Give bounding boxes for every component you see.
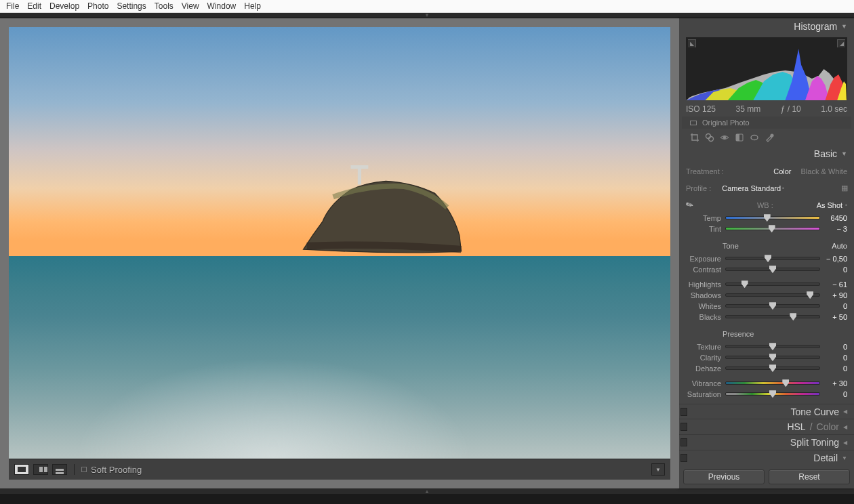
blacks-slider[interactable] bbox=[725, 315, 820, 318]
aperture-value: ƒ / 10 bbox=[781, 104, 801, 114]
checkbox-icon bbox=[81, 467, 87, 472]
focal-value: 35 mm bbox=[736, 104, 761, 114]
exposure-value[interactable]: − 0,50 bbox=[824, 255, 847, 263]
top-panel-toggle[interactable]: ▼ bbox=[0, 13, 854, 18]
radial-tool-icon[interactable] bbox=[750, 133, 759, 142]
original-photo-row[interactable]: Original Photo bbox=[682, 117, 851, 128]
previous-button[interactable]: Previous bbox=[683, 469, 765, 484]
chevron-left-icon: ◀ bbox=[843, 408, 847, 415]
basic-panel-header[interactable]: Basic▼ bbox=[679, 146, 854, 162]
treatment-label: Treatment : bbox=[686, 167, 724, 175]
svg-rect-6 bbox=[736, 134, 739, 141]
loupe-view-button[interactable] bbox=[14, 464, 29, 475]
shadows-slider[interactable] bbox=[725, 293, 820, 297]
menu-photo[interactable]: Photo bbox=[83, 1, 113, 11]
menu-window[interactable]: Window bbox=[203, 1, 241, 11]
saturation-slider[interactable] bbox=[725, 392, 820, 396]
shadow-clipping-icon[interactable]: ◣ bbox=[688, 39, 696, 47]
bottom-panel-toggle[interactable]: ▲ bbox=[0, 488, 854, 494]
blacks-value[interactable]: + 50 bbox=[824, 313, 847, 321]
canvas-area: Soft Proofing ▼ bbox=[0, 18, 679, 488]
detail-panel[interactable]: Detail▼ bbox=[679, 450, 854, 465]
toolbar-more-button[interactable]: ▼ bbox=[651, 463, 665, 476]
texture-slider[interactable] bbox=[725, 345, 820, 348]
chevron-down-icon: ▼ bbox=[841, 23, 847, 30]
treatment-bw[interactable]: Black & White bbox=[801, 167, 847, 175]
develop-panel: Histogram▼ ◣ ◢ ISO 125 35 mm ƒ / 10 1.0 … bbox=[679, 18, 854, 488]
wb-label: WB : bbox=[737, 201, 773, 209]
wb-picker-icon[interactable]: ✎ bbox=[684, 198, 695, 211]
svg-point-8 bbox=[771, 134, 773, 137]
brush-tool-icon[interactable] bbox=[765, 133, 774, 142]
spot-tool-icon[interactable] bbox=[705, 133, 714, 142]
menu-develop[interactable]: Develop bbox=[45, 1, 83, 11]
gradient-tool-icon[interactable] bbox=[735, 133, 744, 142]
photo-sea bbox=[9, 256, 670, 459]
basic-panel-body: Treatment : Color Black & White Profile … bbox=[679, 163, 854, 404]
menu-help[interactable]: Help bbox=[240, 1, 265, 11]
shutter-value: 1.0 sec bbox=[821, 104, 847, 114]
treatment-color[interactable]: Color bbox=[773, 167, 791, 175]
clarity-value[interactable]: 0 bbox=[824, 354, 847, 362]
svg-point-3 bbox=[709, 136, 714, 141]
tint-slider[interactable] bbox=[725, 227, 820, 230]
clarity-slider[interactable] bbox=[725, 356, 820, 359]
temp-value[interactable]: 6450 bbox=[824, 214, 847, 222]
dehaze-slider[interactable] bbox=[725, 366, 820, 370]
menu-edit[interactable]: Edit bbox=[23, 1, 45, 11]
menu-view[interactable]: View bbox=[178, 1, 203, 11]
chevron-down-icon: ▼ bbox=[842, 455, 847, 461]
exposure-slider[interactable] bbox=[725, 257, 820, 260]
svg-point-4 bbox=[723, 136, 726, 139]
highlights-value[interactable]: − 61 bbox=[824, 280, 847, 289]
chevron-left-icon: ◀ bbox=[843, 424, 847, 430]
svg-point-2 bbox=[706, 133, 711, 138]
histogram-chart[interactable]: ◣ ◢ bbox=[686, 37, 847, 100]
menu-tools[interactable]: Tools bbox=[150, 1, 178, 11]
soft-proofing-toggle[interactable]: Soft Proofing bbox=[81, 465, 142, 475]
tone-curve-panel[interactable]: Tone Curve◀ bbox=[679, 404, 854, 419]
tool-strip bbox=[682, 131, 851, 144]
profile-label: Profile : bbox=[686, 184, 711, 192]
before-after-lr-button[interactable] bbox=[33, 464, 48, 475]
reset-button[interactable]: Reset bbox=[769, 469, 850, 484]
contrast-value[interactable]: 0 bbox=[824, 266, 847, 274]
photo-rock bbox=[253, 165, 518, 278]
profile-value[interactable]: Camera Standard bbox=[722, 184, 781, 192]
contrast-slider[interactable] bbox=[725, 268, 820, 271]
vibrance-value[interactable]: + 30 bbox=[824, 379, 847, 387]
histogram-metadata: ISO 125 35 mm ƒ / 10 1.0 sec bbox=[679, 102, 854, 117]
crop-tool-icon[interactable] bbox=[690, 133, 699, 142]
redeye-tool-icon[interactable] bbox=[720, 133, 729, 142]
menu-file[interactable]: File bbox=[2, 1, 23, 11]
chevron-down-icon: ▼ bbox=[841, 150, 847, 157]
histogram-header[interactable]: Histogram▼ bbox=[679, 18, 854, 35]
svg-point-7 bbox=[751, 135, 758, 140]
hsl-panel[interactable]: HSL/Color◀ bbox=[679, 419, 854, 434]
auto-tone-button[interactable]: Auto bbox=[832, 242, 847, 250]
texture-value[interactable]: 0 bbox=[824, 343, 847, 351]
before-after-tb-button[interactable] bbox=[52, 464, 67, 475]
dehaze-value[interactable]: 0 bbox=[824, 364, 847, 373]
rect-icon bbox=[690, 121, 697, 125]
iso-value: ISO 125 bbox=[686, 104, 716, 114]
svg-rect-1 bbox=[351, 165, 369, 169]
split-toning-panel[interactable]: Split Toning◀ bbox=[679, 434, 854, 450]
whites-slider[interactable] bbox=[725, 304, 820, 308]
wb-value[interactable]: As Shot bbox=[817, 201, 843, 209]
profile-browser-icon[interactable]: ▦ bbox=[841, 184, 847, 192]
canvas-toolbar: Soft Proofing ▼ bbox=[9, 459, 670, 480]
highlight-clipping-icon[interactable]: ◢ bbox=[837, 39, 845, 47]
highlights-slider[interactable] bbox=[725, 282, 820, 286]
whites-value[interactable]: 0 bbox=[824, 302, 847, 310]
vibrance-slider[interactable] bbox=[725, 381, 820, 385]
temp-slider[interactable] bbox=[725, 216, 820, 219]
chevron-left-icon: ◀ bbox=[843, 440, 847, 446]
app-menubar: File Edit Develop Photo Settings Tools V… bbox=[0, 0, 854, 13]
saturation-value[interactable]: 0 bbox=[824, 390, 847, 398]
shadows-value[interactable]: + 90 bbox=[824, 291, 847, 299]
tint-value[interactable]: − 3 bbox=[824, 225, 847, 233]
menu-settings[interactable]: Settings bbox=[113, 1, 150, 11]
photo-canvas[interactable] bbox=[9, 27, 670, 459]
